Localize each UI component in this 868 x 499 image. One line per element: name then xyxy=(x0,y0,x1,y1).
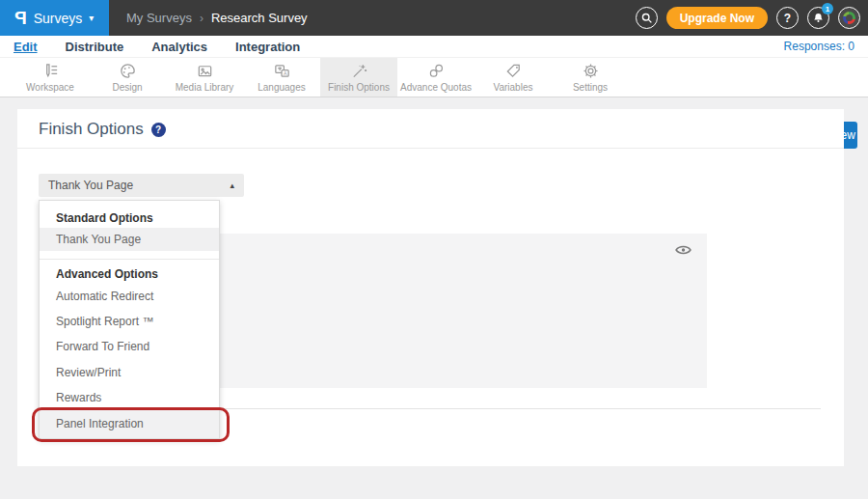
toolbar-item-finish-options[interactable]: Finish Options xyxy=(320,58,397,97)
tag-icon xyxy=(504,62,523,80)
toolbar-item-workspace[interactable]: Workspace xyxy=(12,58,89,97)
survey-nav-bar: Edit Distribute Analytics Integration Re… xyxy=(0,36,868,58)
toolbar-label: Variables xyxy=(494,82,533,93)
media-image-icon xyxy=(196,62,214,80)
help-circle-icon[interactable]: ? xyxy=(151,123,166,137)
upgrade-now-button[interactable]: Upgrade Now xyxy=(666,7,768,29)
surveys-product-switcher[interactable]: P Surveys ▾ xyxy=(0,0,109,36)
toolbar-items: Workspace Design Media Library xyxy=(12,58,629,97)
question-mark-icon: ? xyxy=(784,12,791,25)
finish-option-dropdown-menu: Standard Options Thank You Page Advanced… xyxy=(39,200,220,439)
notification-count-badge: 1 xyxy=(822,3,833,14)
menu-header-standard-options: Standard Options xyxy=(40,208,219,229)
menu-header-advanced-options: Advanced Options xyxy=(40,263,219,285)
responses-count: Responses: 0 xyxy=(784,40,854,53)
card-title-row: Finish Options ? xyxy=(39,120,166,139)
menu-item-forward-to-friend[interactable]: Forward To Friend xyxy=(40,336,219,357)
toolbar-item-design[interactable]: Design xyxy=(89,58,166,97)
menu-item-panel-integration[interactable]: Panel Integration xyxy=(40,409,219,438)
toolbar-label: Media Library xyxy=(176,82,234,93)
product-name: Surveys xyxy=(34,11,83,26)
top-bar: P Surveys ▾ My Surveys › Research Survey… xyxy=(0,0,868,36)
toolbar-label: Finish Options xyxy=(328,82,390,93)
menu-divider xyxy=(40,259,219,260)
gear-icon xyxy=(582,62,600,80)
topbar-actions: Upgrade Now ? 1 xyxy=(636,0,860,36)
toolbar-item-languages[interactable]: A Languages xyxy=(243,58,320,97)
search-icon xyxy=(640,12,653,24)
toolbar-item-media-library[interactable]: Media Library xyxy=(166,58,243,97)
notifications-button[interactable]: 1 xyxy=(807,7,829,29)
toolbar-item-variables[interactable]: Variables xyxy=(475,58,552,97)
title-divider xyxy=(17,148,844,149)
chevron-up-icon: ▴ xyxy=(230,174,234,197)
workspace-icon xyxy=(41,62,60,80)
svg-text:A: A xyxy=(284,70,287,76)
breadcrumb: My Surveys › Research Survey xyxy=(126,0,308,36)
finish-option-dropdown[interactable]: Thank You Page ▴ xyxy=(39,174,244,197)
breadcrumb-my-surveys[interactable]: My Surveys xyxy=(126,11,192,25)
menu-item-spotlight-report[interactable]: Spotlight Report ™ xyxy=(40,311,219,332)
toolbar-label: Workspace xyxy=(26,82,74,93)
avatar-gauge-icon xyxy=(843,12,855,24)
questionpro-logo-icon: P xyxy=(14,8,27,29)
chain-links-icon xyxy=(427,62,446,80)
breadcrumb-separator-icon: › xyxy=(200,12,203,25)
search-button[interactable] xyxy=(636,7,658,29)
dropdown-selected-value: Thank You Page xyxy=(48,179,133,192)
toolbar-label: Settings xyxy=(573,82,608,93)
tab-distribute[interactable]: Distribute xyxy=(66,40,124,54)
tab-analytics[interactable]: Analytics xyxy=(151,40,207,54)
bell-icon xyxy=(812,12,825,24)
page-title: Finish Options xyxy=(39,120,144,139)
account-avatar[interactable] xyxy=(838,7,860,29)
visibility-eye-icon[interactable] xyxy=(675,242,692,260)
edit-toolbar: Workspace Design Media Library xyxy=(0,58,868,97)
help-button[interactable]: ? xyxy=(776,7,799,29)
menu-item-automatic-redirect[interactable]: Automatic Redirect xyxy=(40,286,219,307)
tab-integration[interactable]: Integration xyxy=(235,40,300,54)
translate-icon: A xyxy=(273,62,291,80)
toolbar-label: Design xyxy=(112,82,142,93)
menu-item-thank-you-page[interactable]: Thank You Page xyxy=(40,228,219,251)
toolbar-item-advance-quotas[interactable]: Advance Quotas xyxy=(397,58,475,97)
design-palette-icon xyxy=(119,62,137,80)
chevron-down-icon: ▾ xyxy=(89,13,94,23)
toolbar-item-settings[interactable]: Settings xyxy=(552,58,629,97)
magic-wand-icon xyxy=(350,62,368,80)
toolbar-label: Languages xyxy=(258,82,306,93)
finish-options-card: Finish Options ? Thank You Page ▴ Standa… xyxy=(17,109,844,466)
breadcrumb-current-survey: Research Survey xyxy=(211,11,308,25)
upgrade-now-label: Upgrade Now xyxy=(680,12,754,25)
toolbar-label: Advance Quotas xyxy=(400,82,472,93)
tab-edit[interactable]: Edit xyxy=(14,40,38,54)
menu-item-review-print[interactable]: Review/Print xyxy=(40,362,219,383)
menu-item-rewards[interactable]: Rewards xyxy=(40,387,219,408)
